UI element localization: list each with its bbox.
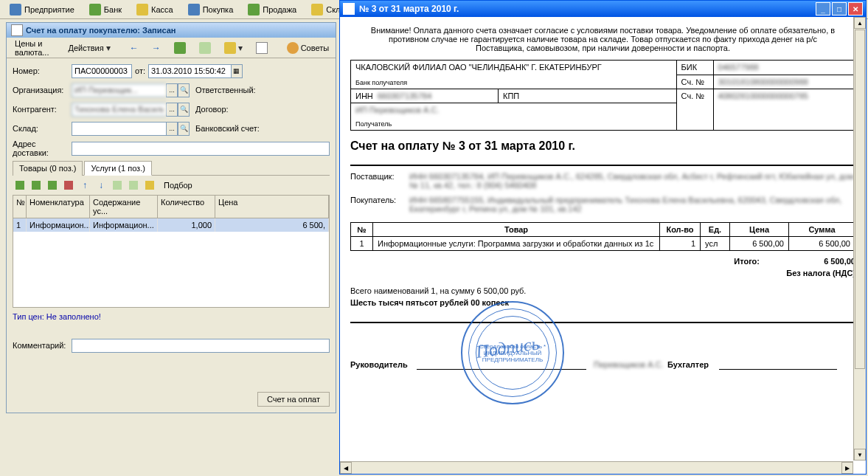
main-tab-bank[interactable]: Банк	[83, 1, 128, 18]
link-icon	[224, 42, 236, 54]
sklad-select-button[interactable]: ...	[166, 122, 178, 136]
org-open-button[interactable]: 🔍	[178, 83, 190, 97]
tab-services[interactable]: Услуги (1 поз.)	[84, 161, 151, 176]
window-title-bar[interactable]: Счет на оплату покупателю: Записан	[7, 23, 336, 38]
cell-price: 6 500,00	[730, 237, 789, 251]
number-input[interactable]	[72, 64, 132, 78]
sklad-open-button[interactable]: 🔍	[178, 122, 190, 136]
sklad-input[interactable]	[72, 122, 166, 136]
horizontal-scrollbar[interactable]: ◀ ▶	[340, 461, 853, 474]
sort-desc-button[interactable]	[126, 178, 141, 193]
services-grid: № Номенклатура Содержание ус... Количест…	[13, 195, 330, 308]
org-input[interactable]	[72, 83, 166, 97]
arrow-up-icon: ↑	[83, 180, 87, 190]
tab-goods[interactable]: Товары (0 поз.)	[13, 161, 83, 176]
prices-button[interactable]: Цены и валюта...	[10, 36, 54, 60]
box-icon	[311, 4, 323, 15]
sort-desc-icon	[129, 181, 138, 190]
calendar-button[interactable]: ▦	[231, 64, 243, 78]
bik-value: 046577988	[713, 61, 855, 75]
col-n[interactable]: №	[13, 196, 27, 218]
scroll-thumb[interactable]	[855, 30, 865, 369]
copy-row-button[interactable]	[29, 178, 44, 193]
btn-label: Подбор	[164, 181, 192, 190]
add-row-button[interactable]	[13, 178, 27, 193]
comment-label: Комментарий:	[13, 341, 72, 350]
date-input[interactable]	[148, 64, 231, 78]
report-button[interactable]	[251, 39, 273, 57]
tab-label: Услуги (1 поз.)	[91, 164, 145, 173]
arrow-left-icon: ←	[130, 43, 139, 53]
tab-label: Товары (0 поз.)	[19, 164, 76, 173]
podbor-button[interactable]: Подбор	[159, 178, 198, 193]
cell-price: 6 500,	[215, 218, 329, 232]
addr-input[interactable]	[72, 142, 330, 156]
buyer-label: Покупатель:	[350, 196, 409, 213]
nav-fwd-button[interactable]: →	[147, 40, 166, 56]
col-content[interactable]: Содержание ус...	[90, 196, 158, 218]
sort-asc-button[interactable]	[110, 178, 125, 193]
signature-area: Руководитель Перевощиков А.С. Бухгалтер …	[350, 322, 855, 418]
advice-button[interactable]: Советы	[282, 39, 334, 57]
arrow-down-icon: ↓	[99, 180, 103, 190]
page-icon	[256, 42, 268, 54]
items-tabs: Товары (0 поз.) Услуги (1 поз.)	[13, 160, 330, 176]
col-price[interactable]: Цена	[215, 196, 329, 218]
basis-button[interactable]: ▾	[219, 39, 248, 57]
scroll-left-button[interactable]: ◀	[340, 462, 352, 474]
print-invoice-button[interactable]: Счет на оплат	[257, 392, 330, 407]
struct-button[interactable]	[194, 39, 216, 57]
refresh-button[interactable]	[169, 39, 191, 57]
pencil-icon	[48, 181, 57, 190]
preview-title-bar[interactable]: № 3 от 31 марта 2010 г. _ □ ✕	[340, 1, 866, 17]
contr-input[interactable]	[72, 103, 166, 117]
fill-icon	[145, 181, 154, 190]
cart-icon	[188, 4, 200, 15]
contr-label: Контрагент:	[13, 105, 72, 114]
col-nom[interactable]: Номенклатура	[27, 196, 90, 218]
cell-name: Информационные услуги: Программа загрузк…	[373, 237, 660, 251]
calendar-icon: ▦	[233, 67, 240, 75]
col-qty[interactable]: Количество	[158, 196, 215, 218]
contr-open-button[interactable]: 🔍	[178, 103, 190, 117]
scroll-down-button[interactable]: ▼	[854, 449, 866, 461]
sum-words: Шесть тысяч пятьсот рублей 00 копеек	[350, 298, 855, 313]
scroll-up-button[interactable]: ▲	[854, 17, 866, 29]
x-icon	[64, 181, 73, 190]
delete-row-button[interactable]	[61, 178, 76, 193]
move-down-button[interactable]: ↓	[94, 178, 108, 193]
grid-body[interactable]: 1 Информацион... Информацион... 1,000 6 …	[13, 218, 329, 307]
fill-button[interactable]	[142, 178, 157, 193]
cell-qty: 1	[660, 237, 701, 251]
actions-button[interactable]: Действия▾	[63, 40, 115, 56]
scroll-right-button[interactable]: ▶	[841, 462, 853, 474]
org-select-button[interactable]: ...	[166, 83, 178, 97]
inn-label: ИНН	[355, 92, 373, 100]
main-tab-purchase[interactable]: Покупка	[181, 1, 240, 18]
close-button[interactable]: ✕	[848, 2, 863, 15]
btn-label: Цены и валюта...	[15, 39, 49, 57]
nav-back-button[interactable]: ←	[125, 40, 144, 56]
col-name: Товар	[373, 223, 660, 237]
main-tab-enterprise[interactable]: Предприятие	[3, 1, 81, 18]
window-title: Счет на оплату покупателю: Записан	[26, 26, 176, 35]
tab-label: Продажа	[263, 5, 296, 14]
totals-block: Итого:6 500,00 Без налога (НДС)	[350, 251, 855, 283]
comment-input[interactable]	[72, 339, 330, 353]
edit-row-button[interactable]	[45, 178, 60, 193]
document-icon	[11, 24, 23, 36]
table-row[interactable]: 1 Информацион... Информацион... 1,000 6 …	[13, 218, 329, 232]
move-up-button[interactable]: ↑	[77, 178, 92, 193]
contr-select-button[interactable]: ...	[166, 103, 178, 117]
ruk-label: Руководитель	[350, 360, 408, 369]
addr-label: Адрес доставки:	[13, 139, 72, 157]
items-table: № Товар Кол-во Ед. Цена Сумма 1 Информац…	[350, 222, 855, 251]
main-tab-sale[interactable]: Продажа	[241, 1, 303, 18]
minimize-button[interactable]: _	[816, 2, 830, 15]
main-tab-kassa[interactable]: Касса	[130, 1, 180, 18]
dogovor-label: Договор:	[195, 105, 263, 114]
maximize-button[interactable]: □	[832, 2, 847, 15]
divider	[350, 165, 855, 166]
preview-title: № 3 от 31 марта 2010 г.	[359, 4, 459, 14]
vertical-scrollbar[interactable]: ▲ ▼	[853, 17, 866, 461]
